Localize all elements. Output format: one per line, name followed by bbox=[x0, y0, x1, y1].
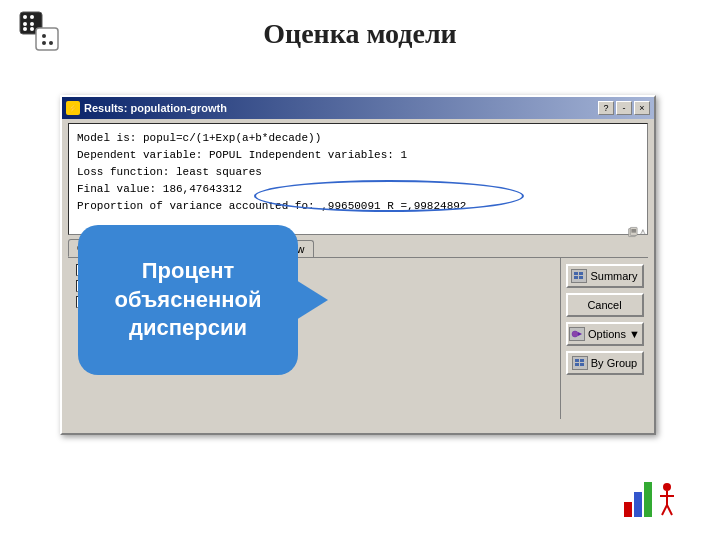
output-area: Model is: popul=c/(1+Exp(a+b*decade)) De… bbox=[68, 123, 648, 235]
svg-marker-23 bbox=[578, 332, 582, 336]
minimize-button[interactable]: - bbox=[616, 101, 632, 115]
svg-rect-25 bbox=[575, 363, 579, 366]
copy-icon-area bbox=[628, 223, 646, 241]
options-button[interactable]: Options ▼ bbox=[566, 322, 644, 346]
svg-rect-18 bbox=[574, 272, 578, 275]
speech-bubble-text: Процентобъясненнойдисперсии bbox=[115, 257, 262, 343]
svg-rect-19 bbox=[574, 276, 578, 279]
title-bar-controls: ? - × bbox=[598, 101, 650, 115]
stats-icon bbox=[644, 490, 700, 530]
output-line-4: Final value: 186,47643312 bbox=[77, 181, 639, 198]
title-bar-icon: ⚡ bbox=[66, 101, 80, 115]
right-panel: Summary Cancel Options ▼ By Group bbox=[560, 258, 648, 419]
by-group-button[interactable]: By Group bbox=[566, 351, 644, 375]
svg-line-35 bbox=[667, 505, 672, 515]
svg-rect-20 bbox=[579, 272, 583, 275]
svg-rect-27 bbox=[580, 363, 584, 366]
page-header: Оценка модели bbox=[0, 0, 720, 62]
output-line-2: Dependent variable: POPUL Independent va… bbox=[77, 147, 639, 164]
output-line-5: Proportion of variance accounted fo: ,99… bbox=[77, 198, 639, 215]
svg-rect-28 bbox=[624, 502, 632, 517]
svg-point-31 bbox=[663, 483, 671, 491]
svg-rect-21 bbox=[579, 276, 583, 279]
summary-button[interactable]: Summary bbox=[566, 264, 644, 288]
title-bar: ⚡ Results: population-growth ? - × bbox=[62, 97, 654, 119]
output-line-3: Loss function: least squares bbox=[77, 164, 639, 181]
summary-icon bbox=[571, 269, 587, 283]
by-group-icon bbox=[572, 356, 588, 370]
close-button[interactable]: × bbox=[634, 101, 650, 115]
svg-point-22 bbox=[572, 331, 578, 337]
options-icon bbox=[569, 327, 585, 341]
svg-rect-26 bbox=[580, 359, 584, 362]
output-line-1: Model is: popul=c/(1+Exp(a+b*decade)) bbox=[77, 130, 639, 147]
svg-rect-29 bbox=[634, 492, 642, 517]
svg-line-34 bbox=[662, 505, 667, 515]
title-bar-text: ⚡ Results: population-growth bbox=[66, 101, 227, 115]
svg-rect-24 bbox=[575, 359, 579, 362]
svg-rect-30 bbox=[644, 482, 652, 517]
speech-bubble: Процентобъясненнойдисперсии bbox=[78, 225, 298, 375]
page-title: Оценка модели bbox=[263, 18, 457, 50]
cancel-button[interactable]: Cancel bbox=[566, 293, 644, 317]
svg-rect-12 bbox=[630, 227, 637, 235]
help-button[interactable]: ? bbox=[598, 101, 614, 115]
